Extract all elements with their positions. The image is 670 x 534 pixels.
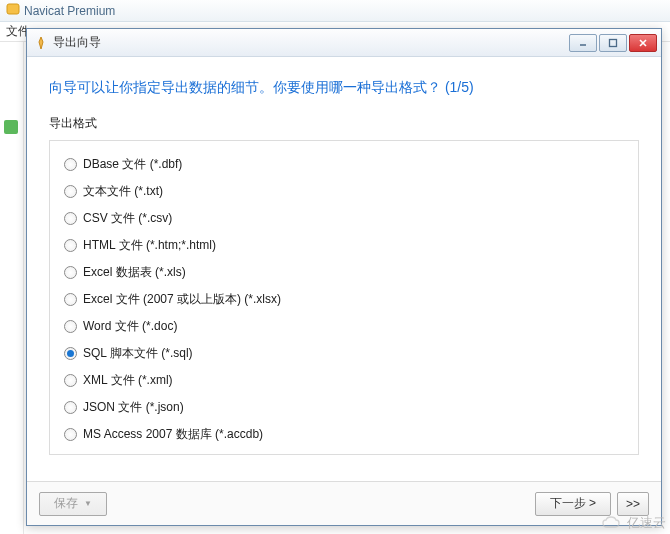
format-option[interactable]: CSV 文件 (*.csv): [64, 205, 624, 232]
dialog-titlebar: 导出向导: [27, 29, 661, 57]
format-option[interactable]: HTML 文件 (*.htm;*.html): [64, 232, 624, 259]
format-option-label: Excel 文件 (2007 或以上版本) (*.xlsx): [83, 291, 281, 308]
format-option[interactable]: JSON 文件 (*.json): [64, 394, 624, 421]
svg-rect-0: [7, 4, 19, 14]
export-wizard-dialog: 导出向导 向导可以让你指定导出数据的细节。你要使用哪一种导出格式？ (1/5) …: [26, 28, 662, 526]
format-option-label: CSV 文件 (*.csv): [83, 210, 172, 227]
window-buttons: [569, 34, 657, 52]
radio-icon: [64, 212, 77, 225]
format-option-label: Excel 数据表 (*.xls): [83, 264, 186, 281]
format-option-label: XML 文件 (*.xml): [83, 372, 173, 389]
watermark-text: 亿速云: [627, 514, 666, 532]
dialog-title: 导出向导: [53, 34, 569, 51]
svg-marker-1: [39, 37, 43, 49]
format-option[interactable]: MS Access 2007 数据库 (*.accdb): [64, 421, 624, 448]
format-option-label: Word 文件 (*.doc): [83, 318, 177, 335]
app-title: Navicat Premium: [24, 4, 115, 18]
app-icon: [6, 2, 20, 19]
format-option-label: JSON 文件 (*.json): [83, 399, 184, 416]
format-option-label: DBase 文件 (*.dbf): [83, 156, 182, 173]
format-radio-group: DBase 文件 (*.dbf)文本文件 (*.txt)CSV 文件 (*.cs…: [49, 140, 639, 455]
next-button[interactable]: 下一步 >: [535, 492, 611, 516]
next-button-label: 下一步 >: [550, 495, 596, 512]
radio-icon: [64, 428, 77, 441]
dropdown-caret-icon: ▼: [84, 499, 92, 508]
save-button-label: 保存: [54, 495, 78, 512]
format-group-label: 导出格式: [49, 115, 639, 132]
format-option[interactable]: DBase 文件 (*.dbf): [64, 151, 624, 178]
radio-icon: [64, 158, 77, 171]
dialog-body: 导出格式 DBase 文件 (*.dbf)文本文件 (*.txt)CSV 文件 …: [27, 111, 661, 455]
format-option[interactable]: Excel 数据表 (*.xls): [64, 259, 624, 286]
last-button[interactable]: >>: [617, 492, 649, 516]
radio-icon: [64, 239, 77, 252]
maximize-button[interactable]: [599, 34, 627, 52]
format-option-label: 文本文件 (*.txt): [83, 183, 163, 200]
database-icon[interactable]: [4, 120, 18, 134]
cloud-icon: [601, 515, 623, 531]
radio-icon: [64, 374, 77, 387]
format-option-label: HTML 文件 (*.htm;*.html): [83, 237, 216, 254]
format-option[interactable]: Excel 文件 (2007 或以上版本) (*.xlsx): [64, 286, 624, 313]
last-button-label: >>: [626, 497, 640, 511]
watermark: 亿速云: [601, 514, 666, 532]
radio-icon: [64, 401, 77, 414]
app-titlebar: Navicat Premium: [0, 0, 670, 22]
wizard-icon: [33, 35, 49, 51]
format-option[interactable]: SQL 脚本文件 (*.sql): [64, 340, 624, 367]
radio-icon: [64, 320, 77, 333]
save-button[interactable]: 保存 ▼: [39, 492, 107, 516]
close-button[interactable]: [629, 34, 657, 52]
dialog-footer: 保存 ▼ 下一步 > >>: [27, 481, 661, 525]
format-option-label: SQL 脚本文件 (*.sql): [83, 345, 193, 362]
radio-icon: [64, 185, 77, 198]
radio-icon: [64, 347, 77, 360]
format-option[interactable]: Word 文件 (*.doc): [64, 313, 624, 340]
radio-icon: [64, 266, 77, 279]
format-option[interactable]: XML 文件 (*.xml): [64, 367, 624, 394]
format-option-label: MS Access 2007 数据库 (*.accdb): [83, 426, 263, 443]
sidebar: [0, 42, 24, 534]
svg-rect-3: [610, 39, 617, 46]
format-option[interactable]: 文本文件 (*.txt): [64, 178, 624, 205]
minimize-button[interactable]: [569, 34, 597, 52]
radio-icon: [64, 293, 77, 306]
dialog-heading: 向导可以让你指定导出数据的细节。你要使用哪一种导出格式？ (1/5): [27, 57, 661, 111]
